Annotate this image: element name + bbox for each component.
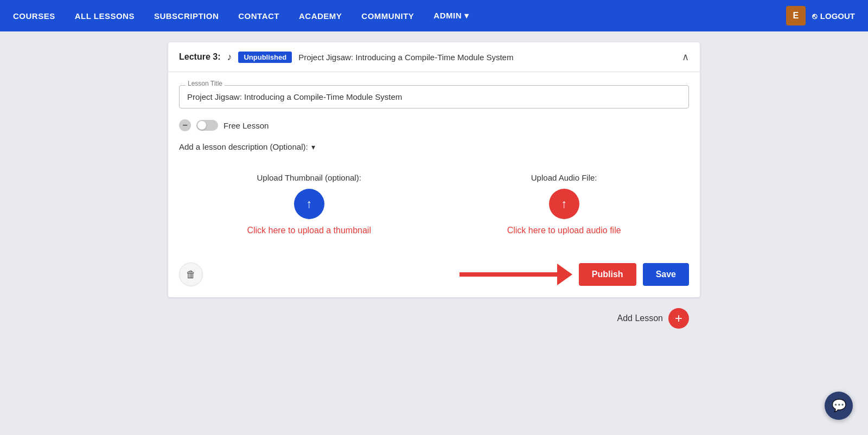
free-lesson-toggle[interactable]	[196, 120, 218, 131]
lesson-title-input[interactable]	[179, 85, 689, 108]
free-lesson-label: Free Lesson	[224, 121, 269, 130]
nav-links: COURSES ALL LESSONS SUBSCRIPTION CONTACT…	[13, 11, 469, 21]
logout-button[interactable]: ⎋ LOGOUT	[812, 11, 855, 21]
upload-section: Upload Thumbnail (optional): ↑ Click her…	[179, 168, 689, 241]
status-badge: Unpublished	[238, 52, 292, 63]
logout-icon: ⎋	[812, 11, 817, 21]
thumbnail-upload-cta[interactable]: Click here to upload a thumbnail	[247, 226, 371, 235]
collapse-icon[interactable]: ∧	[682, 51, 689, 63]
action-right: Publish Save	[459, 263, 689, 286]
content-area: Lecture 3: ♪ Unpublished Project Jigsaw:…	[168, 42, 700, 340]
navbar-right: E ⎋ LOGOUT	[786, 6, 855, 25]
save-button[interactable]: Save	[643, 263, 689, 286]
audio-upload-button[interactable]: ↑	[549, 189, 579, 219]
audio-upload-label: Upload Audio File:	[531, 173, 597, 182]
add-lesson-label: Add Lesson	[617, 314, 663, 323]
red-arrow	[459, 264, 572, 285]
music-icon: ♪	[227, 52, 232, 63]
lecture-card: Lecture 3: ♪ Unpublished Project Jigsaw:…	[168, 42, 700, 297]
delete-button[interactable]: 🗑	[179, 263, 203, 286]
logout-label: LOGOUT	[820, 11, 855, 21]
add-lesson-row: Add Lesson +	[168, 297, 700, 340]
nav-contact[interactable]: CONTACT	[238, 11, 279, 21]
nav-admin[interactable]: ADMIN ▾	[433, 11, 469, 21]
upload-icon-audio: ↑	[561, 197, 567, 211]
chat-bubble-button[interactable]: 💬	[825, 392, 853, 420]
trash-icon: 🗑	[186, 269, 196, 280]
lesson-title-field: Lesson Title	[179, 85, 689, 108]
toggle-thumb	[197, 121, 206, 130]
add-description-row[interactable]: Add a lesson description (Optional): ▾	[179, 142, 689, 151]
chevron-down-icon: ▾	[311, 143, 315, 151]
thumbnail-upload-column: Upload Thumbnail (optional): ↑ Click her…	[247, 173, 371, 235]
thumbnail-upload-label: Upload Thumbnail (optional):	[257, 173, 361, 182]
navbar: COURSES ALL LESSONS SUBSCRIPTION CONTACT…	[0, 0, 868, 31]
toggle-minus-icon[interactable]: −	[179, 119, 191, 131]
arrow-shaft	[459, 272, 557, 277]
thumbnail-upload-button[interactable]: ↑	[294, 189, 324, 219]
add-lesson-button[interactable]: +	[668, 308, 689, 329]
chat-icon: 💬	[832, 399, 846, 413]
arrow-head	[557, 264, 572, 285]
plus-icon: +	[675, 311, 682, 326]
main-content: Lecture 3: ♪ Unpublished Project Jigsaw:…	[0, 31, 868, 435]
publish-button[interactable]: Publish	[579, 263, 636, 286]
free-lesson-row: − Free Lesson	[179, 119, 689, 131]
add-description-label: Add a lesson description (Optional):	[179, 142, 308, 151]
lecture-title: Project Jigsaw: Introducing a Compile-Ti…	[298, 53, 513, 62]
upload-icon-thumbnail: ↑	[306, 197, 312, 211]
nav-subscription[interactable]: SUBSCRIPTION	[154, 11, 219, 21]
audio-upload-column: Upload Audio File: ↑ Click here to uploa…	[507, 173, 621, 235]
lecture-label: Lecture 3:	[179, 52, 220, 62]
nav-academy[interactable]: ACADEMY	[299, 11, 342, 21]
avatar-button[interactable]: E	[786, 6, 806, 25]
nav-courses[interactable]: COURSES	[13, 11, 55, 21]
nav-community[interactable]: COMMUNITY	[361, 11, 414, 21]
lecture-header: Lecture 3: ♪ Unpublished Project Jigsaw:…	[168, 42, 700, 72]
nav-all-lessons[interactable]: ALL LESSONS	[75, 11, 135, 21]
lesson-title-label: Lesson Title	[186, 80, 225, 87]
form-body: Lesson Title − Free Lesson Add a lesson …	[168, 72, 700, 297]
action-row: 🗑 Publish Save	[179, 257, 689, 286]
audio-upload-cta[interactable]: Click here to upload audio file	[507, 226, 621, 235]
